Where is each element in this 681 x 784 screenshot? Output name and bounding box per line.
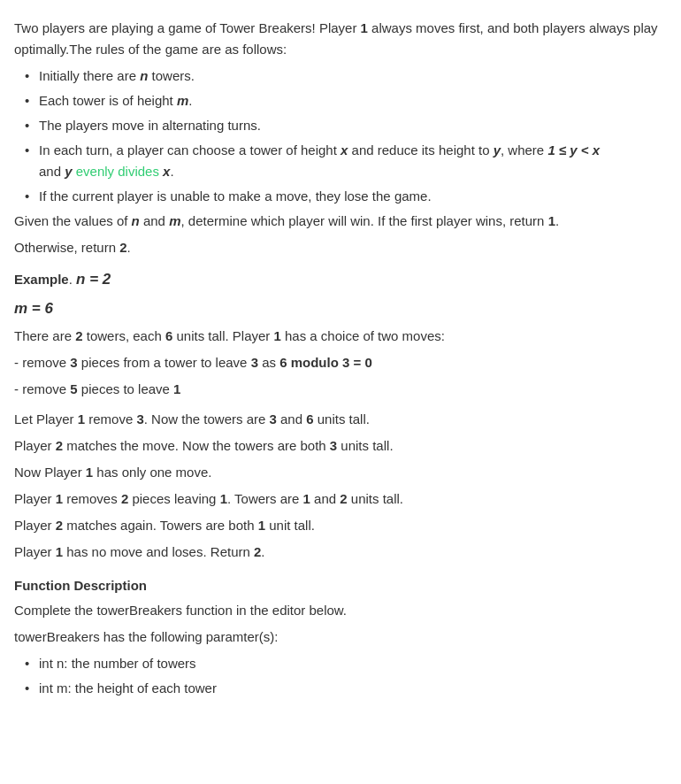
move1-paragraph: - remove 3 pieces from a tower to leave … — [14, 352, 667, 373]
example-desc1: There are — [14, 328, 75, 343]
func-heading-text: Function Description — [14, 578, 147, 593]
rule-item-3: The players move in alternating turns. — [21, 115, 667, 136]
p2-2a: 2 — [56, 438, 63, 453]
rule4-math-y: y — [494, 142, 501, 158]
move2-1: 1 — [173, 381, 180, 396]
rule1-text-after: towers. — [148, 68, 195, 83]
rule4-and: and — [39, 164, 65, 179]
rule2-text-before: Each tower is of height — [39, 93, 177, 108]
rule4-text-before: In each turn, a player can choose a towe… — [39, 142, 340, 158]
otherwise-period: . — [127, 240, 131, 255]
let-paragraph: Let Player 1 remove 3. Now the towers ar… — [14, 409, 667, 430]
param-item-n: int n: the number of towers — [21, 653, 667, 674]
p1-units-text: units tall. — [348, 491, 403, 506]
p2-match1-text: Player — [14, 438, 56, 453]
rule-item-1: Initially there are n towers. — [21, 65, 667, 87]
rule3-text: The players move in alternating turns. — [39, 118, 261, 133]
p1-pieces-text: pieces leaving — [128, 491, 219, 506]
func-heading: Function Description — [14, 575, 667, 596]
given-n: n — [132, 213, 140, 228]
rule-item-4: In each turn, a player can choose a towe… — [21, 140, 667, 182]
p1-removes-paragraph: Player 1 removes 2 pieces leaving 1. Tow… — [14, 488, 667, 510]
p1-removes2-text: removes — [63, 491, 121, 506]
let-rest: . Now the towers are — [144, 411, 270, 427]
p1-1b: 1 — [220, 491, 227, 506]
rules-list: Initially there are n towers. Each tower… — [14, 65, 667, 207]
p2-3: 3 — [330, 438, 337, 453]
now-text: Now Player — [14, 465, 86, 480]
let-1: 1 — [78, 411, 85, 427]
otherwise-text: Otherwise, return — [14, 240, 119, 255]
p2-units: units tall. — [337, 438, 393, 453]
rule1-text-before: Initially there are — [39, 68, 140, 83]
move1-3a: 3 — [70, 355, 77, 370]
p2-match3-paragraph: Player 2 matches again. Towers are both … — [14, 515, 667, 536]
player1-bold: 1 — [361, 20, 368, 35]
func-desc-paragraph: Complete the towerBreakers function in t… — [14, 600, 667, 621]
func-desc-text: Complete the towerBreakers function in t… — [14, 603, 347, 618]
p1-2a: 2 — [121, 491, 128, 506]
rule-item-2: Each tower is of height m. — [21, 90, 667, 111]
p1-towers-text: . Towers are — [227, 491, 303, 506]
intro-text: Two players are playing a game of Tower … — [14, 20, 361, 35]
rule2-math-m: m — [177, 93, 188, 108]
p1-lose2-text: has no move and loses. Return — [63, 544, 254, 559]
move1-as: as — [258, 355, 279, 370]
example-n-eq: n = 2 — [76, 271, 111, 288]
p1-2b: 2 — [340, 491, 347, 506]
example-heading-paragraph: Example. n = 2 — [14, 267, 667, 291]
given-period: . — [555, 213, 559, 228]
let-6: 6 — [306, 411, 313, 427]
p1-1d: 1 — [56, 544, 63, 559]
let-units: units tall. — [314, 411, 370, 427]
rule4-math-y2: y — [65, 164, 72, 179]
example-label: Example — [14, 272, 69, 287]
move1-middle: pieces from a tower to leave — [78, 355, 251, 370]
example-desc-paragraph: There are 2 towers, each 6 units tall. P… — [14, 326, 667, 347]
example-p1: 1 — [274, 328, 281, 343]
rule5-text: If the current player is unable to make … — [39, 188, 432, 204]
example-towers: towers, each — [83, 328, 165, 343]
example-choice: has a choice of two moves: — [281, 328, 445, 343]
p2-match4-text: matches again. Towers are both — [63, 518, 258, 533]
otherwise-2: 2 — [119, 240, 126, 255]
given-text: Given the values of — [14, 213, 132, 228]
example-dot: . — [69, 272, 76, 287]
param-n-text: int n: the number of towers — [39, 656, 196, 671]
intro-paragraph: Two players are playing a game of Tower … — [14, 18, 667, 60]
move2-5: 5 — [70, 381, 77, 396]
p1-lose-paragraph: Player 1 has no move and loses. Return 2… — [14, 542, 667, 563]
func-params-intro-text: towerBreakers has the following paramter… — [14, 629, 278, 644]
p2-1: 1 — [258, 518, 265, 533]
p1-and-text: and — [310, 491, 340, 506]
p2-unit-text: unit tall. — [265, 518, 315, 533]
example-2: 2 — [75, 328, 82, 343]
move2-before: - remove — [14, 381, 70, 396]
example-m-paragraph: m = 6 — [14, 296, 667, 320]
now-1: 1 — [86, 465, 93, 480]
otherwise-paragraph: Otherwise, return 2. — [14, 237, 667, 258]
now-p1-paragraph: Now Player 1 has only one move. — [14, 462, 667, 483]
evenly-divides-link[interactable]: evenly divides — [76, 164, 159, 179]
now-rest: has only one move. — [93, 465, 211, 480]
p1-1c: 1 — [303, 491, 310, 506]
p1-removes-text: Player — [14, 491, 56, 506]
p1-1a: 1 — [56, 491, 63, 506]
move2-middle: pieces to leave — [78, 381, 173, 396]
move2-paragraph: - remove 5 pieces to leave 1 — [14, 379, 667, 400]
move1-3b: 3 — [251, 355, 258, 370]
params-list: int n: the number of towers int m: the h… — [14, 653, 667, 699]
given-m: m — [169, 213, 180, 228]
p2-match3-text: Player — [14, 518, 56, 533]
p2-match1-paragraph: Player 2 matches the move. Now the tower… — [14, 435, 667, 457]
rule4-period: . — [170, 164, 173, 179]
rule4-text2: and reduce its height to — [348, 142, 493, 158]
example-units: units tall. Player — [172, 328, 273, 343]
rule-item-5: If the current player is unable to make … — [21, 186, 667, 207]
p2-2b: 2 — [56, 518, 63, 533]
let-text: Let Player — [14, 411, 78, 427]
param-m-text: int m: the height of each tower — [39, 680, 217, 696]
let-3: 3 — [136, 411, 143, 427]
given-rest: , determine which player will win. If th… — [180, 213, 547, 228]
example-m-eq: m = 6 — [14, 300, 53, 317]
